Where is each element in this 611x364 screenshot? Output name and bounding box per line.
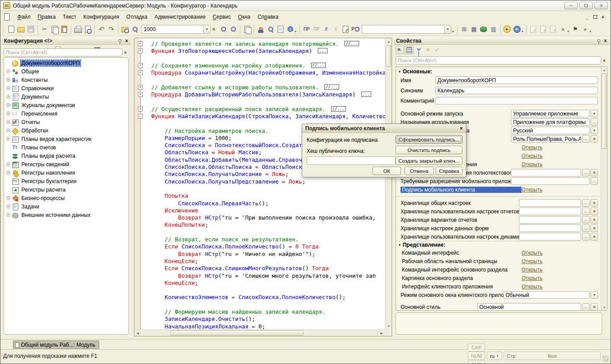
expand-icon[interactable]: +: [6, 120, 10, 124]
property-value-input[interactable]: Календарь: [435, 87, 598, 94]
code-line[interactable]: КонецПопытки;: [134, 221, 385, 228]
property-row[interactable]: Командный интерфейсОткрыть: [396, 248, 601, 257]
dropdown-icon[interactable]: ▼: [591, 127, 598, 134]
property-value-input[interactable]: [519, 199, 581, 207]
print-button[interactable]: [73, 24, 83, 34]
open-link[interactable]: Открыть: [522, 187, 542, 193]
public-key-hash-input[interactable]: [307, 156, 396, 165]
expand-icon[interactable]: +: [6, 86, 10, 90]
open-link[interactable]: Открыть: [522, 284, 542, 290]
clear-value-icon[interactable]: ×: [591, 135, 598, 143]
check-module-button[interactable]: [341, 24, 351, 34]
property-row[interactable]: Хранилище пользовательских настроек отче…: [396, 207, 601, 216]
sort-alphabetical-icon[interactable]: Я↓: [396, 46, 404, 54]
property-row[interactable]: Хранилище настроек данных форм...×: [396, 224, 601, 232]
copy-button[interactable]: [49, 24, 59, 34]
expand-icon[interactable]: +: [6, 95, 10, 99]
code-line[interactable]: Если СписокПоиска.ПолноеКоличество() = 0…: [134, 243, 385, 250]
print-preview-button[interactable]: [83, 24, 93, 34]
code-line[interactable]: +// Проверяет является ли запись календа…: [134, 40, 385, 48]
property-section-Основные:[interactable]: ▼Основные:: [396, 68, 601, 75]
property-value-input[interactable]: Обычный: [503, 291, 590, 299]
clear-value-icon[interactable]: ×: [591, 208, 598, 215]
expand-icon[interactable]: +: [6, 213, 10, 217]
filter-icon[interactable]: [414, 46, 423, 54]
expand-icon[interactable]: +: [6, 204, 10, 208]
ellipsis-button[interactable]: ...: [582, 199, 590, 207]
tree-item-Задачи[interactable]: +Задачи: [4, 202, 128, 211]
goto-input[interactable]: 1000: [141, 25, 203, 34]
code-line[interactable]: +// Добавляет ссылку в историю работы по…: [134, 84, 385, 91]
fold-marker-icon[interactable]: −: [138, 114, 143, 119]
scrollbar-thumb[interactable]: [602, 73, 607, 149]
language-indicator[interactable]: ru ▼: [487, 352, 502, 360]
scroll-down-icon[interactable]: ▼: [601, 304, 607, 310]
tree-item-Планы счетов[interactable]: Планы счетов: [4, 143, 128, 152]
code-line[interactable]: [134, 185, 385, 192]
menu-Сервис[interactable]: Сервис: [209, 12, 235, 21]
tree-search-input[interactable]: Поиск (Ctrl+Alt+M): [4, 48, 122, 56]
code-line[interactable]: Возврат НСтр("ru = 'Ничего не найдено'")…: [134, 251, 385, 258]
new-document-button[interactable]: [6, 24, 16, 34]
collapsed-block-marker[interactable]: ...: [318, 48, 328, 53]
categories-icon[interactable]: [405, 46, 413, 54]
format-template-button[interactable]: ПР: [302, 24, 312, 34]
tree-item-Внешние источники данных[interactable]: +Внешние источники данных: [4, 211, 128, 219]
menu-Файл[interactable]: Файл: [14, 12, 34, 21]
expand-icon[interactable]: +: [6, 137, 10, 141]
code-area[interactable]: +// Проверяет является ли запись календа…: [134, 40, 385, 329]
property-value-input[interactable]: Русский: [511, 127, 590, 134]
property-value-input[interactable]: ДокументооборотКОРП: [435, 76, 598, 84]
generate-signature-button[interactable]: Сформировать подпись...: [396, 135, 462, 144]
expand-icon[interactable]: +: [6, 103, 10, 107]
open-link[interactable]: Открыть: [522, 153, 542, 159]
code-line[interactable]: // Возврат, если поиск не результативен.: [134, 236, 385, 243]
ellipsis-button[interactable]: ...: [582, 135, 590, 143]
code-line[interactable]: СписокПоиска.ПерваяЧасть();: [134, 200, 385, 207]
find-previous-button[interactable]: [228, 24, 238, 34]
collapsed-block-marker[interactable]: //...: [311, 63, 326, 68]
open-link[interactable]: Открыть: [522, 161, 542, 168]
close-button[interactable]: ×: [595, 2, 608, 9]
menu-Отладка[interactable]: Отладка: [123, 12, 151, 21]
chevron-down-icon[interactable]: ▼: [452, 30, 454, 33]
fold-marker-icon[interactable]: +: [138, 107, 143, 112]
property-row[interactable]: Командный интерфейс основного разделаОтк…: [396, 265, 601, 274]
property-value-input[interactable]: [511, 169, 581, 176]
maximize-button[interactable]: [579, 2, 593, 9]
menu-Администрирование[interactable]: Администрирование: [151, 12, 209, 21]
ellipsis-button[interactable]: ...: [582, 233, 590, 240]
toolbar-handle[interactable]: [3, 25, 5, 34]
code-line[interactable]: НачальнаяПозицияЛокальная = 0;: [134, 323, 385, 329]
redo-button[interactable]: ↷: [106, 24, 116, 34]
scroll-right-icon[interactable]: ▶: [378, 330, 385, 336]
tree-item-Регистры накопления[interactable]: +Регистры накопления: [4, 168, 128, 177]
mdi-restore-button[interactable]: [593, 15, 597, 19]
combo-clear-icon[interactable]: ×: [210, 26, 217, 32]
cut-button[interactable]: ✂: [40, 24, 49, 34]
tab-module-window[interactable]: Общий модуль Раб...: Модуль: [13, 340, 99, 349]
template-insert-2-button[interactable]: [538, 24, 548, 34]
clear-value-icon[interactable]: ×: [591, 199, 598, 207]
code-line[interactable]: КонецЕсли;: [134, 280, 385, 287]
ellipsis-button[interactable]: ...: [591, 118, 598, 126]
property-value-input[interactable]: [519, 216, 581, 224]
property-row[interactable]: ИмяДокументооборотКОРП: [396, 75, 601, 85]
property-row[interactable]: Хранилище пользовательских настроек дина…: [396, 232, 601, 241]
tree-item-Документы[interactable]: +Документы: [4, 92, 128, 101]
code-line[interactable]: +Функция ЭтоПовторяющеесяСобытие(ЗаписьК…: [134, 48, 385, 55]
tree-item-Регистры расчета[interactable]: Регистры расчета: [4, 185, 128, 194]
property-value-input[interactable]: [435, 97, 598, 104]
code-line[interactable]: +// Сохраняет измененную настройку отобр…: [134, 62, 385, 69]
code-line[interactable]: Исключение: [134, 207, 385, 214]
panel-close-icon[interactable]: ×: [125, 38, 128, 44]
code-line[interactable]: +Процедура ДобавитьВИсториюРаботыПользов…: [134, 91, 385, 98]
expand-icon[interactable]: +: [6, 78, 10, 82]
code-line[interactable]: [134, 76, 385, 84]
property-row[interactable]: Рабочая область начальной страницыОткрыт…: [396, 257, 601, 265]
undo-button[interactable]: ↶: [97, 24, 106, 34]
code-line[interactable]: +Процедура СохранитьНастройку(НастройкиО…: [134, 69, 385, 76]
uncomment-block-button[interactable]: //: [331, 24, 341, 34]
open-link[interactable]: Открыть: [522, 250, 542, 256]
editor-vertical-scrollbar[interactable]: ▲ ▼: [385, 38, 392, 329]
